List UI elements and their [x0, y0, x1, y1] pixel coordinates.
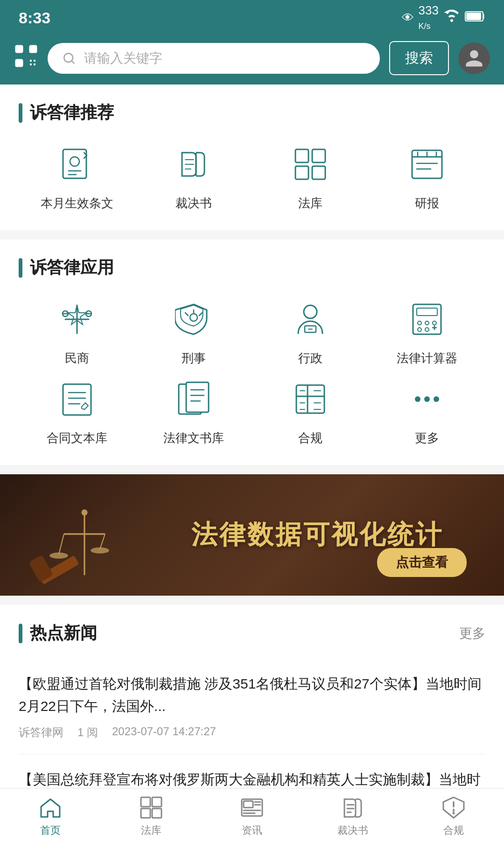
compliance-icon — [287, 376, 334, 422]
news-item[interactable]: 【欧盟通过首轮对俄制裁措施 涉及351名俄杜马议员和27个实体】当地时间2月22… — [19, 659, 485, 754]
banner-title: 法律数据可视化统计 — [191, 517, 443, 553]
civil-label: 民商 — [65, 350, 89, 366]
nav-lawlib-label: 法库 — [141, 823, 161, 837]
apps-title: 诉答律应用 — [19, 256, 485, 279]
svg-point-19 — [304, 305, 317, 318]
news-title: 热点新闻 — [19, 622, 97, 645]
ruling-label: 裁决书 — [175, 195, 212, 211]
contract-icon — [54, 376, 100, 422]
nav-compliance-label: 合规 — [443, 823, 464, 837]
svg-point-48 — [453, 812, 455, 814]
admin-label: 行政 — [298, 350, 322, 366]
news-source-1: 诉答律网 — [19, 725, 63, 740]
ruling-book-item[interactable]: 裁决书 — [135, 141, 252, 211]
svg-rect-11 — [295, 149, 308, 162]
svg-point-27 — [425, 328, 429, 331]
legalbook-icon — [170, 376, 217, 422]
svg-marker-47 — [443, 797, 464, 818]
battery-icon — [465, 10, 485, 26]
search-icon — [62, 51, 77, 66]
search-placeholder: 请输入关键字 — [84, 49, 162, 67]
eye-icon: 👁 — [402, 11, 414, 25]
legalbook-item[interactable]: 法律文书库 — [135, 376, 252, 446]
monthly-label: 本月生效条文 — [41, 195, 113, 211]
svg-rect-5 — [17, 47, 21, 51]
nav-lawlib-icon — [139, 795, 163, 820]
news-meta-1: 诉答律网 1 阅 2023-07-07 14:27:27 — [19, 725, 485, 740]
svg-point-18 — [190, 314, 197, 321]
criminal-item[interactable]: 刑事 — [135, 296, 252, 366]
status-time: 8:33 — [19, 9, 50, 27]
scan-icon[interactable] — [14, 44, 38, 73]
monthly-effective-item[interactable]: 本月生效条文 — [19, 141, 135, 211]
lawlib-label: 法库 — [298, 195, 322, 211]
wifi-icon — [443, 8, 460, 28]
signal-text: 333K/s — [419, 3, 439, 32]
svg-line-37 — [100, 534, 105, 549]
monthly-icon — [54, 141, 100, 188]
home-icon — [38, 795, 63, 820]
status-bar: 8:33 👁 333K/s — [0, 0, 504, 34]
nav-lawlib[interactable]: 法库 — [101, 788, 202, 844]
svg-rect-44 — [152, 809, 161, 818]
bottom-nav: 首页 法库 资讯 — [0, 788, 504, 844]
svg-rect-14 — [312, 166, 325, 179]
nav-news-icon — [240, 795, 264, 820]
svg-rect-42 — [152, 797, 161, 807]
recommend-grid: 本月生效条文 裁决书 法库 — [19, 141, 485, 211]
recommend-section: 诉答律推荐 本月生效条文 裁决书 — [0, 84, 504, 230]
compliance-label: 合规 — [298, 430, 322, 446]
civil-item[interactable]: 民商 — [19, 296, 135, 366]
svg-rect-12 — [312, 149, 325, 162]
svg-rect-7 — [17, 61, 21, 65]
svg-rect-46 — [244, 801, 253, 808]
svg-point-38 — [49, 553, 68, 559]
svg-point-10 — [70, 157, 79, 166]
search-input-container[interactable]: 请输入关键字 — [48, 43, 380, 74]
svg-rect-1 — [466, 13, 481, 20]
research-icon — [404, 141, 450, 188]
calculator-item[interactable]: 法律计算器 — [369, 296, 485, 366]
admin-item[interactable]: 行政 — [252, 296, 369, 366]
svg-point-23 — [418, 321, 421, 325]
contract-label: 合同文本库 — [47, 430, 107, 446]
admin-icon — [287, 296, 334, 343]
svg-rect-6 — [31, 47, 35, 51]
svg-point-8 — [64, 53, 73, 62]
nav-compliance[interactable]: 合规 — [403, 788, 504, 844]
svg-rect-9 — [63, 149, 86, 178]
banner-button[interactable]: 点击查看 — [377, 548, 467, 577]
svg-rect-30 — [186, 382, 209, 412]
svg-rect-13 — [295, 166, 308, 179]
search-bar: 请输入关键字 搜索 — [0, 34, 504, 84]
news-header: 热点新闻 更多 — [19, 622, 485, 645]
avatar[interactable] — [458, 42, 490, 74]
news-views-1: 1 阅 — [77, 725, 98, 740]
criminal-label: 刑事 — [182, 350, 206, 366]
compliance-item[interactable]: 合规 — [252, 376, 369, 446]
calculator-icon — [404, 296, 450, 343]
news-more-button[interactable]: 更多 — [459, 625, 485, 642]
svg-rect-22 — [417, 308, 437, 316]
nav-compliance-icon — [441, 795, 466, 820]
svg-point-26 — [418, 328, 421, 331]
nav-home[interactable]: 首页 — [0, 788, 101, 844]
search-button[interactable]: 搜索 — [389, 41, 449, 75]
contract-item[interactable]: 合同文本库 — [19, 376, 135, 446]
nav-ruling-label: 裁决书 — [337, 823, 368, 837]
more-item[interactable]: 更多 — [369, 376, 485, 446]
nav-news[interactable]: 资讯 — [202, 788, 302, 844]
nav-ruling[interactable]: 裁决书 — [302, 788, 403, 844]
apps-grid: 民商 刑事 行政 — [19, 296, 485, 446]
calculator-label: 法律计算器 — [397, 350, 457, 366]
banner[interactable]: 法律数据可视化统计 点击查看 — [0, 474, 504, 596]
more-label: 更多 — [415, 430, 439, 446]
lawlib-item[interactable]: 法库 — [252, 141, 369, 211]
research-item[interactable]: 研报 — [369, 141, 485, 211]
legalbook-label: 法律文书库 — [163, 430, 224, 446]
criminal-icon — [170, 296, 217, 343]
news-date-1: 2023-07-07 14:27:27 — [112, 725, 216, 740]
svg-rect-41 — [141, 797, 150, 807]
nav-home-label: 首页 — [40, 823, 61, 837]
nav-news-label: 资讯 — [242, 823, 262, 837]
